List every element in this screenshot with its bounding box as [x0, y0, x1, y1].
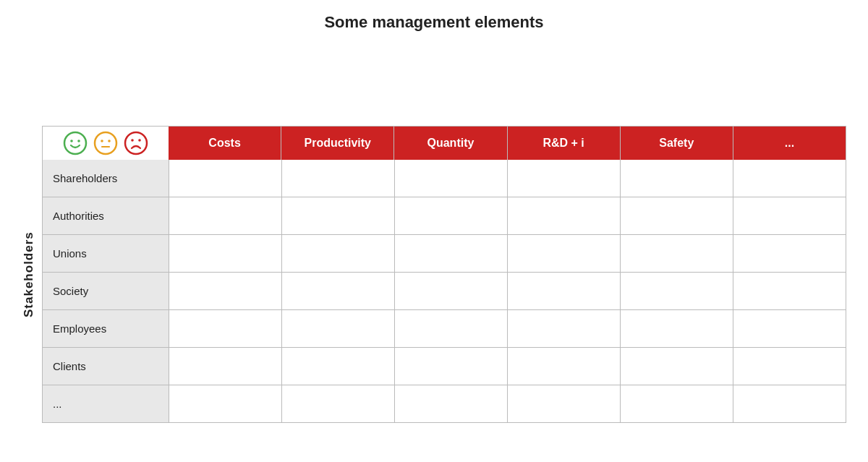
data-cell[interactable]: [508, 385, 621, 423]
table-row: Authorities: [42, 197, 846, 235]
neutral-icon: [93, 131, 118, 155]
table-row: Employees: [42, 310, 846, 348]
data-cell[interactable]: [282, 160, 395, 197]
data-cell[interactable]: [621, 197, 733, 235]
data-cell[interactable]: [508, 273, 621, 310]
header-col-quantity: Quantity: [394, 126, 507, 160]
data-cell[interactable]: [621, 348, 733, 385]
data-cell[interactable]: [395, 348, 508, 385]
table-row: Society: [42, 273, 846, 310]
header-col-rnd: R&D + i: [508, 126, 621, 160]
data-rows: ShareholdersAuthoritiesUnionsSocietyEmpl…: [42, 160, 846, 423]
data-cell[interactable]: [508, 310, 621, 348]
row-label: Authorities: [42, 197, 169, 235]
svg-point-7: [125, 132, 147, 154]
row-label: Employees: [42, 310, 169, 348]
page-title: Some management elements: [324, 13, 543, 32]
table-wrapper: Costs Productivity Quantity R&D + i Safe…: [42, 126, 846, 423]
happy-icon: [63, 131, 88, 155]
data-cell[interactable]: [282, 348, 395, 385]
header-col-ellipsis: ...: [733, 126, 846, 160]
table-row: Shareholders: [42, 160, 846, 197]
table-row: Unions: [42, 235, 846, 273]
data-cell[interactable]: [508, 235, 621, 273]
data-cell[interactable]: [169, 310, 282, 348]
data-cell[interactable]: [621, 273, 733, 310]
data-cell[interactable]: [395, 235, 508, 273]
data-cell[interactable]: [508, 160, 621, 197]
data-cell[interactable]: [282, 385, 395, 423]
row-label: Shareholders: [42, 160, 169, 197]
data-cell[interactable]: [733, 385, 846, 423]
data-cell[interactable]: [733, 235, 846, 273]
main-content: Stakeholders: [22, 43, 846, 462]
data-cell[interactable]: [395, 273, 508, 310]
header-col-safety: Safety: [621, 126, 733, 160]
svg-point-2: [77, 140, 80, 142]
header-row: Costs Productivity Quantity R&D + i Safe…: [42, 126, 846, 160]
header-icons-cell: [42, 126, 169, 160]
data-cell[interactable]: [733, 160, 846, 197]
stakeholders-label: Stakeholders: [22, 43, 36, 462]
sad-icon: [124, 131, 148, 155]
svg-point-0: [64, 132, 86, 154]
row-label: Society: [42, 273, 169, 310]
svg-point-9: [138, 139, 141, 142]
svg-point-8: [131, 139, 134, 142]
svg-point-4: [101, 140, 103, 142]
svg-point-1: [70, 140, 73, 142]
data-cell[interactable]: [621, 160, 733, 197]
data-cell[interactable]: [621, 310, 733, 348]
header-col-productivity: Productivity: [281, 126, 394, 160]
data-cell[interactable]: [169, 348, 282, 385]
svg-point-5: [108, 140, 111, 142]
row-label: Unions: [42, 235, 169, 273]
data-cell[interactable]: [395, 385, 508, 423]
data-cell[interactable]: [508, 348, 621, 385]
data-cell[interactable]: [733, 348, 846, 385]
row-label: Clients: [42, 348, 169, 385]
data-cell[interactable]: [282, 197, 395, 235]
data-cell[interactable]: [282, 310, 395, 348]
data-cell[interactable]: [169, 160, 282, 197]
table-row: Clients: [42, 348, 846, 385]
data-cell[interactable]: [733, 310, 846, 348]
data-cell[interactable]: [395, 160, 508, 197]
data-cell[interactable]: [621, 235, 733, 273]
data-cell[interactable]: [169, 197, 282, 235]
data-cell[interactable]: [169, 385, 282, 423]
row-label: ...: [42, 385, 169, 423]
data-cell[interactable]: [733, 197, 846, 235]
data-cell[interactable]: [169, 235, 282, 273]
data-cell[interactable]: [508, 197, 621, 235]
data-cell[interactable]: [621, 385, 733, 423]
data-cell[interactable]: [395, 310, 508, 348]
data-cell[interactable]: [282, 273, 395, 310]
data-cell[interactable]: [282, 235, 395, 273]
data-cell[interactable]: [395, 197, 508, 235]
header-col-costs: Costs: [169, 126, 281, 160]
svg-point-3: [95, 132, 116, 154]
table-row: ...: [42, 385, 846, 423]
data-cell[interactable]: [169, 273, 282, 310]
data-cell[interactable]: [733, 273, 846, 310]
